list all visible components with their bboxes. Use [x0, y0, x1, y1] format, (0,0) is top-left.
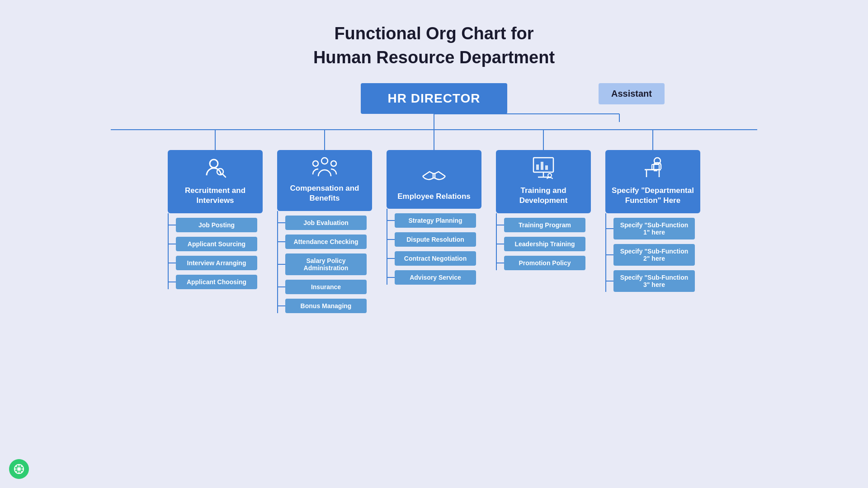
list-item: Applicant Choosing — [176, 275, 257, 289]
desk-person-icon — [639, 155, 666, 183]
list-item: Advisory Service — [395, 270, 476, 285]
svg-point-30 — [17, 467, 21, 471]
list-item: Specify "Sub-Function 1" here — [613, 218, 695, 239]
people-group-icon — [311, 155, 338, 181]
svg-point-18 — [548, 174, 552, 177]
list-item: Insurance — [285, 280, 367, 294]
employee-relations-sub-items: Strategy Planning Dispute Resolution Con… — [387, 209, 481, 285]
list-item: Leadership Training — [504, 237, 585, 251]
departmental-sub-items: Specify "Sub-Function 1" here Specify "S… — [605, 213, 700, 292]
list-item: Training Program — [504, 218, 585, 232]
list-item: Interview Arranging — [176, 256, 257, 270]
dept-compensation: Compensation and Benefits Job Evaluation… — [277, 150, 372, 313]
dept-training: Training and Development Training Progra… — [496, 150, 591, 313]
list-item: Dispute Resolution — [395, 232, 476, 247]
list-item: Promotion Policy — [504, 256, 585, 270]
list-item: Salary Policy Administration — [285, 253, 367, 275]
list-item: Specify "Sub-Function 2" here — [613, 244, 695, 266]
svg-rect-20 — [541, 162, 543, 170]
director-box: HR DIRECTOR — [361, 83, 508, 114]
dept-recruitment: Recruitment and Interviews Job Posting A… — [168, 150, 263, 313]
svg-point-13 — [313, 161, 318, 166]
list-item: Attendance Checking — [285, 235, 367, 249]
assistant-box: Assistant — [599, 83, 665, 104]
dept-employee-relations: Employee Relations Strategy Planning Dis… — [387, 150, 481, 313]
departments-row: Recruitment and Interviews Job Posting A… — [63, 150, 805, 313]
presentation-chart-icon — [530, 155, 557, 183]
page-title: Functional Org Chart for Human Resource … — [0, 0, 868, 70]
bottom-icon — [9, 459, 29, 479]
list-item: Contract Negotiation — [395, 251, 476, 266]
training-sub-items: Training Program Leadership Training Pro… — [496, 213, 591, 270]
list-item: Job Evaluation — [285, 216, 367, 230]
svg-rect-21 — [545, 165, 548, 170]
list-item: Applicant Sourcing — [176, 237, 257, 251]
svg-point-12 — [321, 158, 328, 164]
list-item: Specify "Sub-Function 3" here — [613, 270, 695, 292]
svg-point-9 — [210, 160, 218, 168]
svg-rect-19 — [536, 164, 539, 170]
handshake-icon — [420, 164, 448, 189]
list-item: Job Posting — [176, 218, 257, 232]
svg-rect-26 — [652, 164, 659, 169]
list-item: Bonus Managing — [285, 299, 367, 313]
svg-line-11 — [222, 174, 226, 177]
compensation-sub-items: Job Evaluation Attendance Checking Salar… — [277, 211, 372, 313]
dept-departmental: Specify "Departmental Function" Here Spe… — [605, 150, 700, 313]
search-person-icon — [203, 155, 228, 183]
recruitment-sub-items: Job Posting Applicant Sourcing Interview… — [168, 213, 263, 289]
list-item: Strategy Planning — [395, 213, 476, 228]
svg-point-14 — [331, 161, 336, 166]
